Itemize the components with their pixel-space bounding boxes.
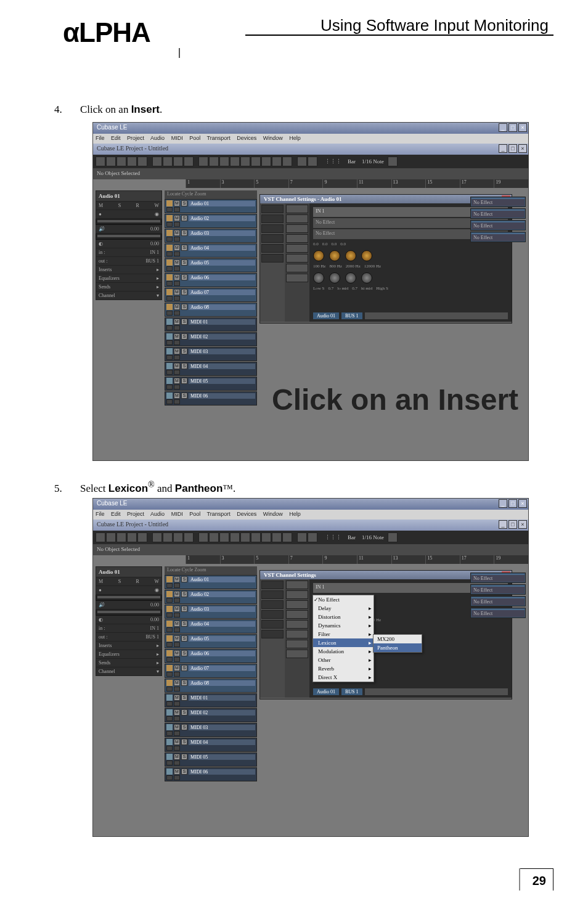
mon-button[interactable] — [174, 385, 180, 389]
mon-button[interactable] — [174, 281, 180, 286]
solo-button[interactable]: S — [181, 621, 187, 627]
minimize-icon[interactable]: _ — [499, 144, 507, 153]
rec-button[interactable] — [166, 296, 173, 301]
project-titlebar[interactable]: Cubase LE Project - Untitled _ □ × — [93, 520, 528, 531]
minimize-icon[interactable]: _ — [499, 499, 507, 508]
send-slot[interactable] — [286, 650, 308, 658]
audio-track[interactable]: MSAudio 05 — [165, 258, 257, 272]
eq-knob[interactable] — [329, 250, 340, 261]
vst-output-select[interactable] — [365, 312, 508, 319]
submenu-item-mx200[interactable]: MX200 — [374, 635, 422, 643]
mon-button[interactable] — [174, 266, 180, 271]
tool-zoom[interactable] — [251, 157, 261, 166]
menu-edit[interactable]: Edit — [111, 511, 121, 517]
solo-button[interactable]: S — [181, 215, 187, 221]
send-slot[interactable] — [286, 214, 308, 223]
window-titlebar[interactable]: Cubase LE _ □ × — [93, 123, 528, 134]
sends-header[interactable]: Sends▸ — [96, 283, 162, 291]
mon-button[interactable]: W — [154, 203, 159, 208]
menu-audio[interactable]: Audio — [150, 511, 165, 517]
solo-button[interactable]: S — [181, 363, 187, 369]
solo-button[interactable]: S — [181, 754, 187, 760]
mon-button[interactable] — [174, 746, 180, 751]
solo-button[interactable]: S — [118, 203, 121, 208]
midi-track[interactable]: MSMIDI 03 — [165, 347, 257, 361]
rec-button[interactable] — [166, 613, 173, 618]
mute-button[interactable]: M — [174, 319, 180, 325]
audio-track[interactable]: MSAudio 07 — [165, 664, 257, 678]
solo-button[interactable]: S — [181, 259, 187, 266]
volume-slider[interactable] — [96, 219, 162, 225]
tool-button[interactable] — [137, 532, 147, 542]
channel-header[interactable]: Channel▾ — [96, 291, 162, 300]
mon-button[interactable] — [174, 370, 180, 375]
rec-button[interactable] — [166, 385, 173, 389]
volume-value[interactable]: 0.00 — [150, 226, 159, 232]
midi-track[interactable]: MSMIDI 05 — [165, 752, 257, 767]
send-slot[interactable] — [286, 264, 308, 272]
vst-bus-label[interactable]: BUS 1 — [341, 312, 362, 319]
solo-button[interactable]: S — [181, 393, 187, 399]
send-slot[interactable] — [286, 620, 308, 629]
monitor-icon[interactable]: ◉ — [155, 211, 159, 217]
tool-button[interactable] — [106, 157, 116, 166]
mon-button[interactable] — [174, 760, 180, 765]
volume-value[interactable]: 0.00 — [150, 602, 159, 608]
transport-button[interactable] — [152, 532, 162, 542]
tool-erase[interactable] — [240, 157, 250, 166]
submenu-item-pantheon[interactable]: Pantheon — [374, 643, 422, 652]
solo-button[interactable]: S — [181, 680, 187, 686]
audio-track[interactable]: MSAudio 01 — [165, 575, 257, 589]
send-slot[interactable] — [286, 244, 308, 253]
mute-button[interactable]: M — [174, 724, 180, 730]
audio-track[interactable]: MSAudio 04 — [165, 619, 257, 634]
rec-button[interactable] — [166, 672, 173, 677]
pan-value[interactable]: 0.00 — [150, 617, 159, 622]
midi-track[interactable]: MSMIDI 02 — [165, 332, 257, 346]
audio-track[interactable]: MSAudio 02 — [165, 214, 257, 228]
solo-button[interactable]: S — [181, 695, 187, 701]
in-value[interactable]: IN 1 — [150, 626, 159, 631]
eq-header[interactable]: Equalizers▸ — [96, 650, 162, 659]
send-slot[interactable] — [286, 590, 308, 599]
insert-slot[interactable] — [261, 254, 284, 263]
solo-button[interactable]: S — [181, 724, 187, 730]
solo-button[interactable]: S — [181, 245, 187, 251]
mute-button[interactable]: M — [174, 348, 180, 354]
tool-button[interactable] — [116, 532, 126, 542]
mon-button[interactable] — [174, 775, 180, 780]
solo-button[interactable]: S — [181, 289, 187, 295]
volume-slider[interactable] — [96, 595, 162, 601]
fx-send-item[interactable]: No Effect — [470, 232, 526, 242]
send-slot[interactable] — [286, 254, 308, 263]
midi-track[interactable]: MSMIDI 03 — [165, 723, 257, 737]
rec-button[interactable] — [166, 760, 173, 765]
tool-glue[interactable] — [230, 532, 240, 542]
mon-button[interactable] — [174, 296, 180, 301]
menu-item-reverb[interactable]: Reverb — [313, 664, 374, 673]
menu-transport[interactable]: Transport — [207, 135, 231, 141]
mon-button[interactable] — [174, 627, 180, 632]
menu-edit[interactable]: Edit — [111, 135, 121, 141]
rec-enable[interactable]: ● — [99, 211, 102, 217]
audio-track[interactable]: MSAudio 08 — [165, 303, 257, 317]
eq-knob[interactable] — [345, 250, 356, 261]
insert-plugin-menu[interactable]: No Effect Delay Distortion Dynamics Filt… — [312, 595, 374, 682]
snap-value[interactable]: Bar — [345, 158, 358, 165]
rec-button[interactable] — [166, 583, 173, 588]
eq-knob[interactable] — [361, 272, 372, 283]
fx-send-item[interactable]: No Effect — [470, 608, 526, 618]
solo-button[interactable]: S — [181, 650, 187, 656]
menu-midi[interactable]: MIDI — [171, 511, 183, 517]
tool-button[interactable] — [388, 532, 398, 542]
mon-button[interactable] — [174, 251, 180, 256]
transport-button[interactable] — [173, 532, 183, 542]
close-icon[interactable]: × — [518, 520, 527, 529]
mon-button[interactable] — [174, 657, 180, 662]
solo-button[interactable]: S — [181, 739, 187, 745]
mon-button[interactable] — [174, 583, 180, 588]
mon-button[interactable] — [174, 716, 180, 721]
mute-button[interactable]: M — [174, 230, 180, 236]
audio-track[interactable]: MSAudio 08 — [165, 679, 257, 693]
tool-arrow[interactable] — [198, 157, 208, 166]
